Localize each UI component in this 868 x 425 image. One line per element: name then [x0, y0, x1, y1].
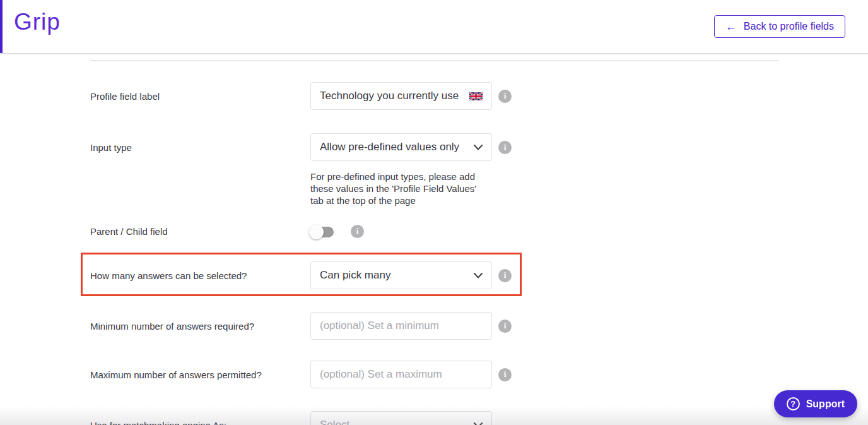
info-icon[interactable]: i: [498, 320, 512, 333]
matchmaking-dropdown[interactable]: Select: [310, 411, 492, 425]
field-label: Profile field label: [90, 91, 310, 102]
row-how-many-answers: How many answers can be selected? Can pi…: [0, 261, 868, 289]
row-maximum-answers: Maximum number of answers permitted? i: [0, 361, 868, 388]
minimum-answers-input-box: [310, 312, 492, 340]
field-label: Parent / Child field: [90, 226, 310, 237]
info-icon[interactable]: i: [498, 90, 512, 103]
form-content: Profile field label i Input type: [0, 60, 868, 425]
row-matchmaking-engine: Use for matchmaking engine As: Select: [0, 411, 868, 425]
parent-child-toggle[interactable]: [310, 227, 334, 237]
row-parent-child-field: Parent / Child field i: [0, 220, 868, 242]
support-button[interactable]: ? Support: [774, 390, 857, 417]
dropdown-selected-value: Allow pre-defined values only: [320, 141, 459, 153]
field-label: How many answers can be selected?: [90, 270, 310, 281]
input-type-dropdown[interactable]: Allow pre-defined values only: [310, 133, 492, 161]
info-icon[interactable]: i: [498, 368, 512, 381]
uk-flag-icon: [469, 92, 483, 100]
minimum-answers-input[interactable]: [320, 320, 483, 332]
maximum-answers-input-box: [310, 361, 492, 388]
profile-field-label-input-box: [310, 82, 492, 110]
grip-logo: Grip: [14, 9, 61, 35]
back-button-label: Back to profile fields: [744, 21, 834, 32]
toggle-knob: [309, 225, 324, 239]
field-label: Minimum number of answers required?: [90, 321, 310, 332]
field-label: Maximum number of answers permitted?: [90, 369, 310, 380]
back-to-profile-fields-button[interactable]: ← Back to profile fields: [714, 15, 845, 38]
back-arrow-icon: ←: [725, 21, 737, 32]
row-input-type: Input type Allow pre-defined values only…: [0, 133, 868, 207]
support-button-label: Support: [806, 398, 845, 410]
question-mark-icon: ?: [787, 397, 800, 410]
row-minimum-answers: Minimum number of answers required? i: [0, 312, 868, 340]
profile-field-label-input[interactable]: [320, 90, 464, 102]
answers-count-dropdown[interactable]: Can pick many: [310, 261, 492, 289]
left-accent-bar: [0, 0, 3, 53]
top-header: Grip ← Back to profile fields: [0, 0, 868, 54]
dropdown-placeholder: Select: [320, 419, 349, 425]
maximum-answers-input[interactable]: [320, 368, 483, 381]
input-type-helper-text: For pre-defined input types, please add …: [310, 171, 490, 207]
row-profile-field-label: Profile field label i: [0, 82, 868, 110]
info-icon[interactable]: i: [351, 225, 364, 238]
content-divider: [90, 60, 778, 61]
chevron-down-icon: [474, 145, 483, 150]
chevron-down-icon: [474, 422, 483, 425]
info-icon[interactable]: i: [498, 269, 512, 282]
field-label: Use for matchmaking engine As:: [90, 420, 310, 425]
chevron-down-icon: [474, 273, 483, 278]
info-icon[interactable]: i: [498, 141, 512, 154]
dropdown-selected-value: Can pick many: [320, 269, 390, 282]
field-label: Input type: [90, 133, 310, 161]
